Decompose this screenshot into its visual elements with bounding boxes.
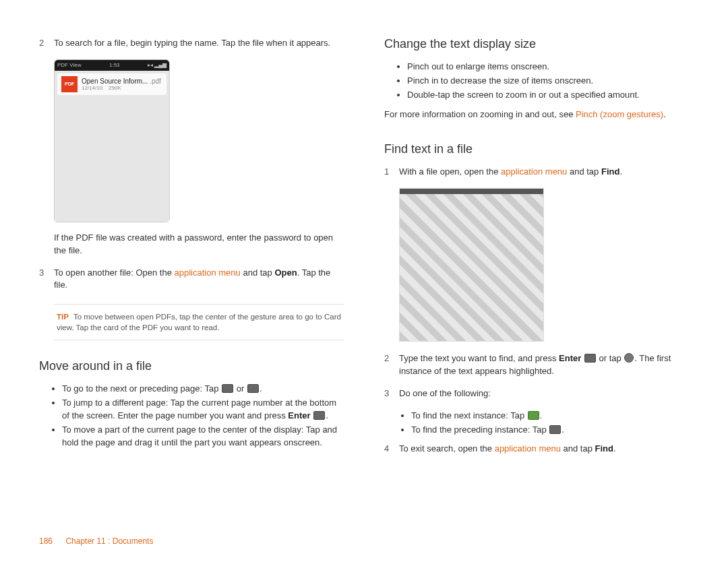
list-item: Pinch out to enlarge items onscreen. (407, 61, 689, 73)
tip-text: To move between open PDFs, tap the cente… (57, 313, 341, 332)
tip-label: TIP (57, 313, 69, 321)
change-list: Pinch out to enlarge items onscreen. Pin… (384, 61, 689, 102)
application-menu-link[interactable]: application menu (495, 443, 561, 454)
phone-screenshot: PDF View 1:53 ▸◂ ▂▄▆ PDF Open Source Inf… (54, 59, 170, 222)
heading-find-text: Find text in a file (384, 142, 689, 156)
find-sublist: To find the next instance: Tap . To find… (384, 410, 689, 437)
step-body: To open another file: Open the applicati… (54, 267, 344, 292)
file-title: Open Source Inform... .pdf (82, 77, 161, 85)
list-item: To go to the next or preceding page: Tap… (62, 383, 344, 396)
step-2: 2 To search for a file, begin typing the… (39, 37, 344, 50)
file-item: PDF Open Source Inform... .pdf 12/14/10 … (57, 73, 166, 95)
password-note: If the PDF file was created with a passw… (54, 232, 344, 257)
find-step-1: 1 With a file open, open the application… (384, 166, 689, 179)
step-body: Do one of the following: (399, 387, 689, 400)
page-columns: 2 To search for a file, begin typing the… (39, 37, 689, 465)
heading-move-around: Move around in a file (39, 359, 344, 373)
list-item: To find the preceding instance: Tap . (411, 424, 689, 437)
step-number: 2 (39, 37, 54, 50)
step-number: 1 (384, 166, 399, 179)
prev-page-icon (247, 384, 259, 393)
step-3: 3 To open another file: Open the applica… (39, 267, 344, 292)
status-app: PDF View (57, 62, 81, 68)
list-item: To find the next instance: Tap . (411, 410, 689, 423)
phone-file-list: PDF Open Source Inform... .pdf 12/14/10 … (55, 71, 169, 222)
list-item: Double-tap the screen to zoom in or out … (407, 89, 689, 102)
step-number: 3 (39, 267, 54, 292)
find-prev-icon (549, 425, 561, 434)
list-item: To jump to a different page: Tap the cur… (62, 397, 344, 423)
find-step-3: 3 Do one of the following: (384, 387, 689, 400)
step-number: 4 (384, 443, 399, 456)
status-icons: ▸◂ ▂▄▆ (148, 62, 166, 68)
pdf-icon: PDF (61, 76, 78, 92)
next-page-icon (222, 384, 233, 393)
enter-key-icon (584, 354, 596, 363)
tap-icon (624, 353, 634, 363)
step-number: 2 (384, 352, 399, 378)
chapter-label: Chapter 11 : Documents (65, 536, 153, 546)
page-number: 186 (39, 536, 53, 546)
list-item: Pinch in to decrease the size of items o… (407, 75, 689, 88)
step-body: With a file open, open the application m… (399, 166, 689, 179)
zoom-more-info: For more information on zooming in and o… (384, 108, 689, 121)
step-body: To search for a file, begin typing the n… (54, 37, 344, 50)
step-number: 3 (384, 387, 399, 400)
application-menu-link[interactable]: application menu (175, 268, 241, 278)
pinch-gestures-link[interactable]: Pinch (zoom gestures) (576, 109, 663, 119)
left-column: 2 To search for a file, begin typing the… (39, 37, 344, 465)
find-step-2: 2 Type the text you want to find, and pr… (384, 352, 689, 378)
page-footer: 186 Chapter 11 : Documents (39, 536, 153, 546)
step-body: Type the text you want to find, and pres… (399, 352, 689, 378)
move-list: To go to the next or preceding page: Tap… (39, 383, 344, 449)
application-menu-link[interactable]: application menu (501, 166, 567, 177)
find-step-4: 4 To exit search, open the application m… (384, 443, 689, 456)
phone-status-bar: PDF View 1:53 ▸◂ ▂▄▆ (55, 60, 169, 71)
right-column: Change the text display size Pinch out t… (384, 37, 689, 465)
step-body: To exit search, open the application men… (399, 443, 689, 456)
file-meta: 12/14/10 290K (82, 85, 161, 91)
find-next-icon (528, 411, 539, 420)
tip-box: TIP To move between open PDFs, tap the c… (54, 304, 344, 340)
heading-change-text: Change the text display size (384, 37, 689, 51)
list-item: To move a part of the current page to th… (62, 424, 344, 449)
find-screenshot (399, 188, 544, 342)
enter-key-icon (313, 411, 325, 420)
status-time: 1:53 (109, 62, 120, 68)
